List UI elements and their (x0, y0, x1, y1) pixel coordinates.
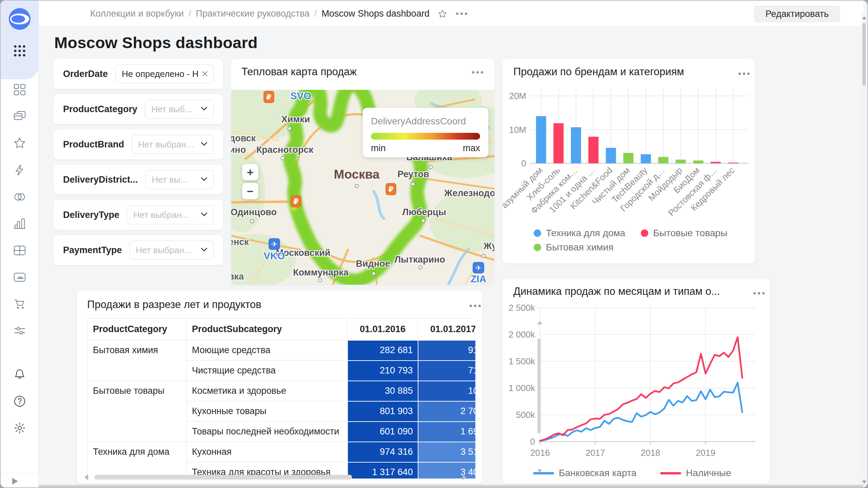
svg-text:1 000k: 1 000k (509, 383, 535, 393)
map-legend-min: min (371, 143, 386, 154)
breadcrumb-separator: / (314, 8, 317, 19)
chevron-down-icon (200, 104, 209, 114)
chevron-down-icon (200, 175, 209, 185)
filter-card-3: DeliveryDistrict...Нет вы... (54, 165, 223, 195)
filter-control-PaymentType[interactable]: Нет выбран... (130, 241, 214, 260)
filter-control-ProductBrand[interactable]: Нет выбран... (132, 135, 214, 154)
map-label-Коммунарка: Коммунарка (293, 267, 349, 278)
scroll-left-icon (84, 474, 88, 480)
sidebar-item-gear[interactable] (1, 415, 39, 441)
map-zoom-in-button[interactable]: + (242, 164, 258, 180)
sidebar-item-help[interactable] (1, 388, 39, 414)
svg-text:2 000k: 2 000k (509, 329, 535, 340)
legend-item-Банковская карта[interactable]: Банковская карта (533, 468, 636, 479)
heatmap-card: Тепловая карта продаж (231, 59, 494, 285)
bar-1001 и одна … (588, 137, 598, 163)
scroll-right-icon (462, 474, 466, 480)
table-cell-2017: 913 (418, 340, 476, 361)
table-column-3[interactable]: 01.01.2017 (418, 319, 476, 340)
datalens-logo[interactable] (9, 8, 31, 30)
legend-item-Наличные[interactable]: Наличные (660, 468, 731, 479)
sidebar-item-sliders[interactable] (1, 318, 39, 344)
table-horizontal-scrollbar[interactable] (84, 474, 466, 481)
breadcrumb-menu-button[interactable] (453, 9, 471, 18)
map-label-вка: вка (231, 271, 244, 282)
sidebar-item-collections[interactable] (1, 103, 39, 130)
legend-label: Бытовая химия (546, 242, 613, 253)
svg-text:✈: ✈ (475, 264, 481, 272)
filter-label: ProductBrand (63, 139, 124, 150)
map-legend-gradient (371, 133, 480, 140)
sidebar-item-lightning[interactable] (1, 157, 39, 183)
sidebar-item-squares-2x2[interactable] (1, 77, 39, 103)
filter-control-DeliveryType[interactable]: Нет выбран... (127, 205, 214, 224)
table-vertical-scrollbar[interactable] (537, 319, 541, 475)
svg-text:10M: 10M (509, 125, 526, 135)
filter-placeholder: Нет выб... (151, 104, 197, 115)
help-icon (15, 396, 25, 406)
brand-chart-plot[interactable]: 010M20MРазумный домХлеб-сольФабрика ком…… (502, 59, 755, 228)
sidebar-item-table-grid[interactable] (1, 237, 39, 264)
sidebar-item-circles[interactable] (1, 184, 39, 210)
legend-item-Техника для дома[interactable]: Техника для дома (534, 228, 625, 239)
legend-item-Бытовая химия[interactable]: Бытовая химия (534, 242, 613, 253)
breadcrumb-item-1[interactable]: Практические руководства (196, 8, 309, 19)
clear-icon[interactable]: ✕ (201, 69, 209, 79)
sidebar-item-cart[interactable] (1, 291, 39, 317)
table-cell-2016: 974 316 (348, 442, 418, 462)
filter-card-2: ProductBrandНет выбран... (54, 129, 223, 159)
map-label-ино: ино (231, 145, 246, 155)
filter-label: DeliveryDistrict... (63, 175, 138, 185)
brand-chart-card: Продажи по брендам и категориям 010M20MР… (502, 59, 755, 263)
map-label-Красногорск: Красногорск (256, 145, 314, 155)
sales-table-viewport: ProductCategoryProductSubcategory01.01.2… (87, 318, 475, 479)
map-label-довск: довск (231, 133, 256, 143)
sales-table-menu-button[interactable] (466, 301, 484, 310)
table-cell-2017: 3 512 (418, 442, 476, 462)
filter-label: OrderDate (63, 69, 108, 79)
map-label-Жуковс: Жуковс (483, 241, 494, 251)
legend-label: Банковская карта (559, 468, 636, 479)
legend-dot-icon (641, 229, 648, 237)
legend-item-Бытовые товары[interactable]: Бытовые товары (641, 228, 727, 239)
sidebar-item-folder-image[interactable] (1, 264, 39, 290)
apps-grid-icon[interactable] (12, 43, 27, 58)
filter-card-0: OrderDateНе определено - Н✕ (54, 59, 223, 89)
table-column-0[interactable]: ProductCategory (87, 319, 186, 340)
filter-card-4: DeliveryTypeНет выбран... (54, 200, 223, 230)
table-cell-subcategory: Товары последней необходимости (186, 422, 348, 442)
star-icon (439, 10, 446, 17)
dynamics-chart-plot[interactable]: 0500k1 000k1 500k2 000k2 500k20162017201… (502, 279, 770, 462)
bar-Ростовская ф… (711, 162, 721, 163)
edit-button[interactable]: Редактировать (754, 5, 840, 22)
sidebar-item-star[interactable] (1, 130, 39, 157)
map-zoom-out-button[interactable]: − (242, 183, 258, 199)
sidebar-collapse-button[interactable] (8, 476, 22, 487)
sales-table-title: Продажи в разрезе лет и продуктов (87, 299, 261, 311)
chevron-down-icon (200, 245, 209, 255)
breadcrumb: Коллекции и воркбуки/Практические руково… (90, 1, 471, 27)
page-horizontal-scrollbar[interactable] (39, 485, 863, 488)
filter-label: ProductCategory (63, 104, 137, 115)
breadcrumb-item-2: Moscow Shops dashboard (321, 8, 429, 19)
svg-text:₽: ₽ (388, 185, 393, 194)
breadcrumb-item-0[interactable]: Коллекции и воркбуки (90, 8, 184, 19)
map-label-енск: енск (231, 237, 249, 247)
legend-dot-icon (534, 244, 541, 251)
filter-control-DeliveryDistrict[interactable]: Нет вы... (145, 170, 214, 189)
map-label-Одинцово: Одинцово (231, 207, 277, 217)
svg-text:2019: 2019 (696, 448, 715, 458)
map-legend-field: DeliveryAddressCoord (371, 116, 480, 127)
line-series-Наличные (540, 337, 742, 441)
table-column-1[interactable]: ProductSubcategory (186, 319, 348, 340)
filter-control-ProductCategory[interactable]: Нет выб... (145, 100, 214, 119)
page-vertical-scrollbar[interactable] (862, 14, 867, 487)
chevron-down-icon (200, 210, 209, 220)
heatmap-menu-button[interactable] (469, 68, 487, 77)
favorite-star-button[interactable] (437, 8, 448, 19)
filter-control-OrderDate[interactable]: Не определено - Н✕ (115, 64, 214, 83)
sidebar-item-bell[interactable] (1, 361, 39, 388)
sidebar-item-bar-chart[interactable] (1, 210, 39, 237)
table-column-2[interactable]: 01.01.2016 (348, 319, 418, 340)
page-scroll-up-icon (862, 16, 866, 19)
